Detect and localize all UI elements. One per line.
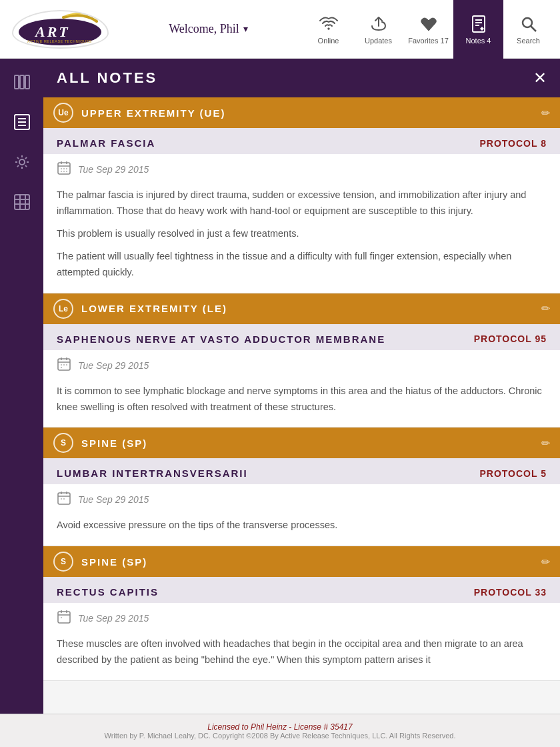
cat-edit-icon-ue[interactable]: ✏ [541,107,550,119]
all-notes-title: ALL NOTES [57,69,157,87]
svg-text:ART: ART [34,23,70,40]
note-date-row-lumbar: Tue Sep 29 2015 [43,484,560,514]
svg-point-17 [19,159,25,165]
category-section-le: Le LOWER EXTREMITY (LE) ✏ SAPHENOUS NERV… [43,293,560,428]
nav-label-search: Search [517,37,540,45]
cat-badge-sp2: S [53,552,73,572]
cat-label-sp1: SPINE (SP) [81,438,533,449]
note-para-lumbar-0: Avoid excessive pressure on the tips of … [57,518,547,534]
category-section-ue: Ue UPPER EXTREMITY (UE) ✏ PALMAR FASCIA … [43,97,560,293]
note-card-lumbar: LUMBAR INTERTRANSVERSARII PROTOCOL 5 Tue… [43,458,560,546]
sidebar [0,59,43,714]
category-header-sp1: S SPINE (SP) ✏ [43,428,560,458]
nav-label-notes: Notes 4 [466,37,491,45]
note-protocol-lumbar: PROTOCOL 5 [479,468,547,479]
close-button[interactable]: ✕ [533,69,547,87]
top-nav: ART ACTIVE RELEASE TECHNIQUES Welcome, P… [0,0,560,59]
sidebar-item-table[interactable] [9,189,35,215]
calendar-icon-lumbar [57,491,71,508]
note-para-saphenous-0: It is common to see lymphatic blockage a… [57,384,547,416]
note-para-rectus-0: These muscles are often involved with he… [57,636,547,668]
note-body-rectus: These muscles are often involved with he… [43,632,560,680]
note-para-palmar-0: The palmar fascia is injured by direct t… [57,187,547,219]
sidebar-item-list[interactable] [9,109,35,135]
logo-area: ART ACTIVE RELEASE TECHNIQUES [7,10,113,49]
nav-label-favorites: Favorites 17 [408,37,449,45]
note-date-row-saphenous: Tue Sep 29 2015 [43,350,560,380]
note-title-saphenous: SAPHENOUS NERVE AT VASTO ADDUCTOR MEMBRA… [57,333,385,345]
nav-label-updates: Updates [365,37,392,45]
cat-edit-icon-le[interactable]: ✏ [541,302,550,315]
category-section-sp2: S SPINE (SP) ✏ RECTUS CAPITIS PROTOCOL 3… [43,546,560,681]
welcome-area: Welcome, Phil ▾ [113,22,303,36]
note-date-palmar: Tue Sep 29 2015 [78,164,149,175]
art-logo: ART ACTIVE RELEASE TECHNIQUES [12,10,109,49]
nav-item-favorites[interactable]: Favorites 17 [403,0,453,59]
all-notes-header: ALL NOTES ✕ [43,59,560,97]
nav-label-online: Online [318,37,339,45]
note-title-rectus: RECTUS CAPITIS [57,586,159,598]
note-header-rectus: RECTUS CAPITIS PROTOCOL 33 [43,577,560,603]
welcome-text: Welcome, Phil [169,22,239,36]
cat-label-le: LOWER EXTREMITY (LE) [81,303,533,314]
category-header-ue: Ue UPPER EXTREMITY (UE) ✏ [43,97,560,128]
note-date-row-palmar: Tue Sep 29 2015 [43,154,560,183]
note-date-row-rectus: Tue Sep 29 2015 [43,603,560,632]
note-para-palmar-2: The patient will usually feel tightness … [57,249,547,281]
footer-license: Licensed to Phil Heinz - License # 35417 [207,722,352,732]
note-header-saphenous: SAPHENOUS NERVE AT VASTO ADDUCTOR MEMBRA… [43,324,560,350]
svg-rect-18 [15,195,29,209]
calendar-icon-saphenous [57,357,71,374]
footer: Licensed to Phil Heinz - License # 35417… [0,714,560,747]
footer-copyright: Written by P. Michael Leahy, DC. Copyrig… [104,732,455,740]
note-card-palmar: PALMAR FASCIA PROTOCOL 8 [43,128,560,293]
svg-point-3 [327,27,329,29]
nav-item-updates[interactable]: Updates [353,0,403,59]
note-header-palmar: PALMAR FASCIA PROTOCOL 8 [43,128,560,154]
cat-badge-sp1: S [53,433,73,453]
note-protocol-palmar: PROTOCOL 8 [479,138,547,149]
note-body-lumbar: Avoid excessive pressure on the tips of … [43,514,560,546]
calendar-icon-palmar [57,161,71,178]
nav-item-notes[interactable]: Notes 4 [453,0,503,59]
main-content[interactable]: ALL NOTES ✕ Ue UPPER EXTREMITY (UE) ✏ PA… [43,59,560,714]
svg-text:ACTIVE RELEASE TECHNIQUES: ACTIVE RELEASE TECHNIQUES [27,39,92,43]
note-date-rectus: Tue Sep 29 2015 [78,613,149,624]
cat-label-sp2: SPINE (SP) [81,556,533,568]
category-header-le: Le LOWER EXTREMITY (LE) ✏ [43,293,560,324]
note-date-lumbar: Tue Sep 29 2015 [78,494,149,505]
note-card-saphenous: SAPHENOUS NERVE AT VASTO ADDUCTOR MEMBRA… [43,324,560,428]
sidebar-item-books[interactable] [9,69,35,95]
svg-point-8 [523,18,532,27]
note-protocol-rectus: PROTOCOL 33 [474,587,547,598]
note-title-lumbar: LUMBAR INTERTRANSVERSARII [57,468,248,479]
note-date-saphenous: Tue Sep 29 2015 [78,360,149,371]
svg-rect-11 [20,75,24,89]
cat-badge-ue: Ue [53,103,73,123]
cat-label-ue: UPPER EXTREMITY (UE) [81,107,533,119]
category-section-sp1: S SPINE (SP) ✏ LUMBAR INTERTRANSVERSARII… [43,428,560,546]
cat-badge-le: Le [53,299,73,319]
nav-item-online[interactable]: Online [303,0,353,59]
note-body-saphenous: It is common to see lymphatic blockage a… [43,380,560,428]
svg-rect-47 [58,612,70,623]
nav-icons: Online Updates Favorites 17 [303,0,553,59]
calendar-icon-rectus [57,610,71,627]
note-card-rectus: RECTUS CAPITIS PROTOCOL 33 Tue Sep 29 20… [43,577,560,681]
category-header-sp2: S SPINE (SP) ✏ [43,546,560,577]
note-title-palmar: PALMAR FASCIA [57,137,155,149]
note-protocol-saphenous: PROTOCOL 95 [474,333,547,344]
nav-item-search[interactable]: Search [503,0,553,59]
cat-edit-icon-sp2[interactable]: ✏ [541,556,550,568]
note-body-palmar: The palmar fascia is injured by direct t… [43,183,560,293]
svg-rect-12 [25,75,29,89]
cat-edit-icon-sp1[interactable]: ✏ [541,437,550,450]
note-para-palmar-1: This problem is usually resolved in just… [57,226,547,242]
note-header-lumbar: LUMBAR INTERTRANSVERSARII PROTOCOL 5 [43,458,560,484]
sidebar-item-gear[interactable] [9,149,35,175]
svg-rect-10 [15,75,19,89]
welcome-chevron[interactable]: ▾ [243,23,248,35]
svg-line-9 [531,26,536,31]
